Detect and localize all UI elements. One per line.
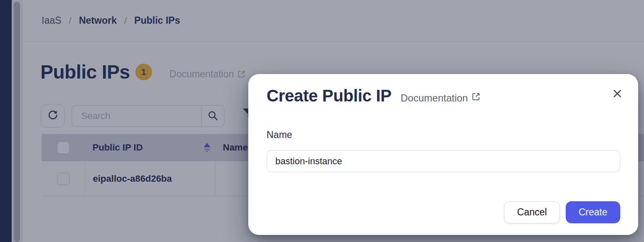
modal-documentation-link[interactable]: Documentation xyxy=(401,92,481,104)
name-input[interactable] xyxy=(267,150,620,172)
modal-footer: Cancel Create xyxy=(504,201,620,223)
name-field-label: Name xyxy=(267,129,292,141)
create-button[interactable]: Create xyxy=(566,201,620,223)
close-icon xyxy=(611,87,624,101)
cancel-button[interactable]: Cancel xyxy=(504,201,560,223)
modal-title: Create Public IP xyxy=(267,86,392,105)
external-link-icon xyxy=(471,92,481,104)
create-public-ip-modal: Create Public IP Documentation Name Canc… xyxy=(248,74,638,235)
modal-documentation-label: Documentation xyxy=(401,92,468,104)
modal-header: Create Public IP Documentation xyxy=(267,86,481,105)
modal-close-button[interactable] xyxy=(609,86,626,102)
